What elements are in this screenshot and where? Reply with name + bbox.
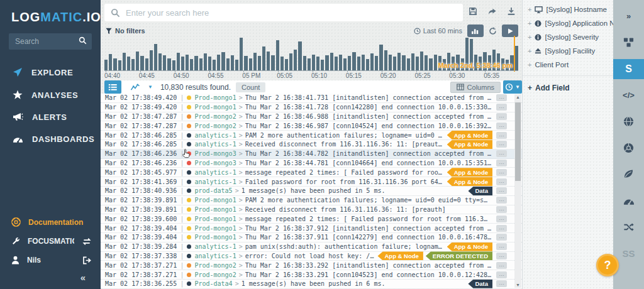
row-more-button[interactable]: … <box>496 243 507 250</box>
log-row[interactable]: Mar 02 17:38:39.404|Prod-mongo1>Thu Mar … <box>101 224 522 233</box>
events-histogram[interactable]: March 2nd, 5:38:46 pm <box>104 36 518 70</box>
log-source[interactable]: Prod-mongo2 <box>194 123 236 129</box>
log-row[interactable]: Mar 02 17:38:39.404|Prod-mongo1>Thu Mar … <box>101 233 522 243</box>
log-tag[interactable]: App & Node <box>447 168 492 177</box>
table-scrollbar[interactable]: ▲ ▼ <box>514 94 521 288</box>
row-more-button[interactable]: … <box>496 104 507 111</box>
list-view-button[interactable] <box>104 80 121 94</box>
row-more-button[interactable]: … <box>496 169 507 176</box>
log-row[interactable]: Mar 02 17:38:47.287|Prod-mongo2>Thu Mar … <box>101 121 522 131</box>
row-more-button[interactable]: … <box>496 197 507 204</box>
row-more-button[interactable]: … <box>496 113 507 120</box>
log-source[interactable]: Prod-data4 <box>194 280 232 287</box>
log-row[interactable]: Mar 02 17:38:46.285|analytics-1>Received… <box>101 140 522 150</box>
log-tag[interactable]: ERROR DETECTED <box>426 251 492 260</box>
field-item[interactable]: +Client Port <box>523 58 613 72</box>
sidebar-footer-nils[interactable]: Nils <box>0 251 101 270</box>
row-more-button[interactable]: … <box>496 215 507 222</box>
log-source[interactable]: analytics-1 <box>194 141 236 148</box>
leaf-icon[interactable] <box>613 163 644 185</box>
log-tag[interactable]: Data <box>468 280 492 288</box>
sidebar-footer-focusmatic[interactable]: FOCUSMATIC ... <box>0 232 101 251</box>
log-row[interactable]: Mar 02 17:38:39.891|Prod-mongo1>Received… <box>101 205 522 215</box>
row-more-button[interactable]: … <box>496 187 507 194</box>
scroll-down-icon[interactable]: ▼ <box>514 283 521 287</box>
row-more-button[interactable]: … <box>496 271 507 278</box>
field-item[interactable]: +[Syslog] Facility <box>523 44 613 58</box>
no-filters[interactable]: No filters <box>106 27 145 35</box>
log-source[interactable]: analytics-1 <box>194 243 236 250</box>
row-more-button[interactable]: … <box>496 150 507 157</box>
count-chip[interactable]: Count <box>236 82 265 92</box>
row-more-button[interactable]: … <box>496 160 507 166</box>
query-input[interactable] <box>126 8 457 18</box>
play-button[interactable] <box>502 25 518 37</box>
row-more-button[interactable]: … <box>496 206 507 213</box>
log-row[interactable]: Mar 02 17:38:37.271|Prod-mongo2>Thu Mar … <box>101 270 522 280</box>
sidebar-item-dashboards[interactable]: DASHBOARDS <box>0 128 101 150</box>
log-source[interactable]: analytics-1 <box>194 253 236 259</box>
log-row[interactable]: Mar 02 17:38:45.977|analytics-1>message … <box>101 168 522 177</box>
log-row[interactable]: Mar 02 17:38:49.420|Prod-mongo1>Thu Mar … <box>101 94 522 103</box>
log-source[interactable]: Prod-mongo1 <box>194 234 236 241</box>
log-row[interactable]: Mar 02 17:38:46.236|Prod-mongo3>Thu Mar … <box>101 150 522 159</box>
history-button[interactable]: ▼ <box>503 80 522 94</box>
field-item[interactable]: +[Syslog] Severity <box>523 30 613 44</box>
scroll-up-icon[interactable]: ▲ <box>514 95 521 99</box>
log-row[interactable]: Mar 02 17:38:46.236|Prod-mongo3>Thu Mar … <box>101 159 522 168</box>
globe-icon[interactable] <box>613 111 644 132</box>
log-tag[interactable]: App & Node <box>447 140 492 149</box>
log-source[interactable]: analytics-1 <box>194 132 236 139</box>
log-row[interactable]: Mar 02 17:38:49.420|Prod-mongo1>Thu Mar … <box>101 103 522 112</box>
share-icon[interactable] <box>487 7 497 16</box>
sidebar-item-analyses[interactable]: ANALYSES <box>0 84 101 106</box>
log-row[interactable]: Mar 02 17:38:39.891|Prod-mongo1>PAM 2 mo… <box>101 196 522 205</box>
log-source[interactable]: analytics-1 <box>194 178 236 185</box>
row-more-button[interactable]: … <box>496 141 507 148</box>
log-row[interactable]: Mar 02 17:38:39.284|analytics-1>pam_unix… <box>101 243 522 252</box>
help-button[interactable]: ? <box>596 254 619 276</box>
log-source[interactable]: Prod-mongo3 <box>194 160 236 166</box>
log-row[interactable]: Mar 02 17:38:41.369|analytics-1>Failed p… <box>101 177 522 187</box>
row-more-button[interactable]: … <box>496 280 507 287</box>
log-tag[interactable]: App & Node <box>447 177 492 186</box>
sidebar-footer-documentation[interactable]: Documentation <box>0 212 101 232</box>
chart-type-caret[interactable]: ▼ <box>148 84 153 90</box>
log-source[interactable]: prod-data5 <box>194 187 232 194</box>
chart-view-button[interactable] <box>130 83 140 91</box>
chrome-icon[interactable] <box>613 137 644 158</box>
row-more-button[interactable]: … <box>496 178 507 185</box>
log-row[interactable]: Mar 02 17:38:36.255|Prod-data4>1 message… <box>101 280 522 289</box>
row-more-button[interactable]: … <box>496 225 507 232</box>
log-source[interactable]: Prod-mongo1 <box>194 206 236 213</box>
row-more-button[interactable]: … <box>496 94 507 101</box>
time-range-selector[interactable]: Last 60 mins <box>414 27 462 35</box>
log-row[interactable]: Mar 02 17:38:39.600|Prod-mongo1>message … <box>101 214 522 224</box>
row-more-button[interactable]: … <box>496 234 507 241</box>
field-item[interactable]: +[Syslog] Hostname <box>523 3 613 16</box>
log-tag[interactable]: App & Node <box>447 243 492 251</box>
shuffle-icon[interactable] <box>613 216 644 237</box>
log-row[interactable]: Mar 02 17:38:37.338|analytics-1>error: C… <box>101 252 522 261</box>
speedometer-icon[interactable] <box>613 190 644 211</box>
log-tag[interactable]: App & Node <box>447 131 492 139</box>
row-more-button[interactable]: … <box>496 123 507 129</box>
log-row[interactable]: Mar 02 17:38:37.271|Prod-mongo2>Thu Mar … <box>101 261 522 270</box>
log-source[interactable]: Prod-mongo1 <box>194 197 236 204</box>
log-source[interactable]: Prod-mongo1 <box>194 104 236 111</box>
log-source[interactable]: Prod-mongo1 <box>194 94 236 101</box>
columns-button[interactable]: Columns <box>450 82 501 93</box>
row-more-button[interactable]: … <box>496 132 507 139</box>
sidebar-item-alerts[interactable]: ALERTS <box>0 106 101 128</box>
collapse-sidebar-icon[interactable]: « <box>0 270 101 283</box>
cubes-icon[interactable] <box>613 31 644 53</box>
histogram-toggle-button[interactable] <box>467 25 484 37</box>
log-source[interactable]: analytics-1 <box>194 169 236 176</box>
log-source[interactable]: Prod-mongo3 <box>194 150 236 157</box>
expand-panel-icon[interactable]: » <box>613 5 644 26</box>
log-source[interactable]: Prod-mongo1 <box>194 225 236 232</box>
log-source[interactable]: Prod-mongo1 <box>194 215 236 222</box>
log-tag[interactable]: App & Node <box>377 251 423 260</box>
field-item[interactable]: +[Syslog] Application N... <box>523 16 613 30</box>
row-more-button[interactable]: … <box>496 262 507 269</box>
